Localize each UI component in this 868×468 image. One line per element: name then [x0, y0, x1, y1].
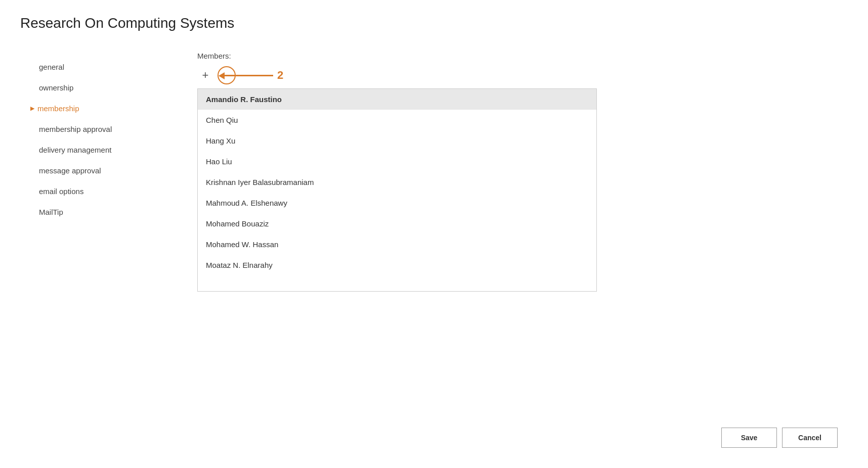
members-label: Members: — [197, 52, 848, 60]
sidebar-item-email-options[interactable]: email options — [20, 181, 182, 202]
main-content: Members: + − 2 Amandio R. Faustino1Chen … — [182, 52, 848, 292]
member-name: Moataz N. Elnarahy — [206, 261, 273, 269]
sidebar-item-label: membership approval — [39, 124, 112, 134]
member-name: Mohamed Bouaziz — [206, 219, 269, 228]
sidebar-arrow-icon: ▶ — [30, 105, 34, 112]
sidebar-item-label: membership — [37, 103, 79, 114]
sidebar-item-message-approval[interactable]: message approval — [20, 160, 182, 181]
sidebar-item-mailtip[interactable]: MailTip — [20, 202, 182, 222]
sidebar-item-label: email options — [39, 186, 83, 197]
sidebar-item-membership[interactable]: ▶membership — [20, 98, 182, 119]
member-name: Mohamed W. Hassan — [206, 240, 278, 249]
annotation-2-label: 2 — [277, 69, 283, 82]
member-name: Amandio R. Faustino — [206, 95, 282, 104]
add-member-button[interactable]: + — [197, 67, 213, 83]
sidebar-item-membership-approval[interactable]: membership approval — [20, 119, 182, 139]
sidebar-item-label: general — [39, 62, 64, 72]
sidebar-item-label: MailTip — [39, 207, 63, 217]
list-item[interactable]: Mohamed Bouaziz — [198, 213, 596, 234]
layout: generalownership▶membershipmembership ap… — [20, 52, 848, 292]
list-item[interactable]: Hao Liu — [198, 151, 596, 172]
members-list-container: Amandio R. Faustino1Chen QiuHang XuHao L… — [197, 88, 597, 292]
toolbar: + − 2 — [197, 66, 848, 84]
page: Research On Computing Systems generalown… — [0, 0, 868, 468]
list-item[interactable]: Mahmoud A. Elshenawy — [198, 193, 596, 213]
footer-buttons: Save Cancel — [721, 428, 838, 448]
sidebar-item-general[interactable]: general — [20, 57, 182, 77]
list-item[interactable]: Moataz N. Elnarahy — [198, 255, 596, 275]
sidebar-item-label: delivery management — [39, 145, 111, 155]
member-name: Mahmoud A. Elshenawy — [206, 199, 287, 207]
list-item[interactable]: Mohamed W. Hassan — [198, 234, 596, 255]
list-item[interactable]: Amandio R. Faustino1 — [198, 89, 596, 110]
member-name: Hang Xu — [206, 136, 235, 145]
member-name: Hao Liu — [206, 157, 232, 166]
page-title: Research On Computing Systems — [20, 15, 848, 31]
save-button[interactable]: Save — [721, 428, 777, 448]
list-item[interactable]: Chen Qiu — [198, 110, 596, 130]
list-item[interactable]: Hang Xu — [198, 130, 596, 151]
list-item[interactable]: Krishnan Iyer Balasubramaniam — [198, 172, 596, 193]
sidebar: generalownership▶membershipmembership ap… — [20, 52, 182, 222]
cancel-button[interactable]: Cancel — [782, 428, 838, 448]
sidebar-item-ownership[interactable]: ownership — [20, 77, 182, 98]
member-name: Krishnan Iyer Balasubramaniam — [206, 178, 314, 186]
remove-member-button[interactable]: − — [218, 66, 236, 84]
member-name: Chen Qiu — [206, 116, 238, 124]
members-list[interactable]: Amandio R. Faustino1Chen QiuHang XuHao L… — [198, 89, 596, 291]
sidebar-item-label: ownership — [39, 82, 73, 93]
sidebar-item-label: message approval — [39, 165, 101, 176]
minus-icon: − — [224, 70, 230, 81]
sidebar-item-delivery-management[interactable]: delivery management — [20, 139, 182, 160]
